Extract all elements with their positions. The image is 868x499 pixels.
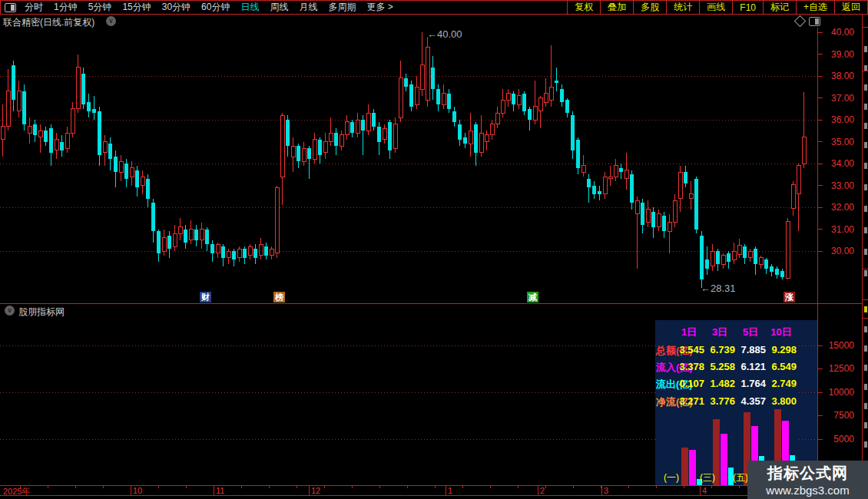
candle [372,109,376,131]
candle [71,102,75,137]
clipped-panel-line [863,71,868,71]
clipped-panel-fragment [864,306,867,312]
candle [130,161,134,185]
candle [275,186,279,258]
candle [528,107,532,131]
candle [264,243,268,260]
candle [452,107,456,127]
toolbar-button-复权[interactable]: 复权 [567,1,600,14]
clipped-panel-fragment [864,163,867,169]
chevron-down-icon[interactable]: ∨ [5,306,15,316]
candle [114,150,118,187]
candle [237,246,241,262]
candle [662,212,666,238]
period-tab-5分钟[interactable]: 5分钟 [88,1,112,14]
candle [60,135,64,157]
candle [248,244,252,259]
toolbar-button-统计[interactable]: 统计 [666,1,699,14]
candle [668,214,671,253]
candle [651,207,655,238]
candle [603,172,607,198]
toolbar-button-+自选[interactable]: +自选 [796,1,834,14]
candle [393,117,397,153]
candle [694,177,698,233]
period-tab-月线[interactable]: 月线 [299,1,317,14]
xaxis-label: 12 [311,486,320,495]
period-tab-15分钟[interactable]: 15分钟 [122,1,151,14]
candle [576,137,580,174]
toolbar-button-画线[interactable]: 画线 [699,1,732,14]
funds-bar-流入 [689,450,696,485]
candle [501,89,505,117]
candle [361,115,365,154]
candle [189,220,193,244]
watermark-url: www.zbgs3.com [747,484,868,497]
toolbar-button-多股[interactable]: 多股 [633,1,666,14]
clipped-panel-fragment [864,249,867,255]
candle [426,37,429,107]
period-tab-30分钟[interactable]: 30分钟 [162,1,190,14]
candle [1,104,5,157]
period-tab-更多 >[interactable]: 更多 > [366,1,393,14]
candle [689,181,693,210]
period-tab-1分钟[interactable]: 1分钟 [54,1,78,14]
clipped-panel-fragment [864,184,867,190]
clipped-panel-fragment [864,46,867,52]
candle [495,107,499,129]
price-axis-label: 30.00 [819,246,854,256]
candle [323,133,327,159]
candle [92,96,96,120]
toolbar-button-F10[interactable]: F10 [732,1,763,14]
candle [646,200,650,226]
toolbar-button-标记[interactable]: 标记 [763,1,796,14]
candle [205,227,209,251]
candle [711,244,714,270]
funds-col-header: 3日 [704,326,735,339]
candle [280,113,284,205]
window-layout-icon[interactable] [5,3,16,12]
candle [28,117,31,144]
period-tab-日线[interactable]: 日线 [240,1,259,14]
toolbar-button-叠加[interactable]: 叠加 [600,1,633,14]
candle [216,243,220,258]
candle [630,170,634,210]
period-tab-多周期[interactable]: 多周期 [328,1,356,14]
price-axis-label: 32.00 [819,202,854,213]
candle [146,174,150,207]
period-tab-60分钟[interactable]: 60分钟 [201,1,230,14]
candle [227,249,230,264]
candle [533,81,537,124]
candle [538,96,542,129]
candle [549,45,553,107]
funds-col-header: 10日 [766,326,797,339]
candle [797,164,800,231]
event-marker-财: 财 [200,292,211,302]
candle [522,91,526,115]
stock-app-window: 分时1分钟5分钟15分钟30分钟60分钟日线周线月线多周期更多 > 复权叠加多股… [0,0,868,499]
clipped-panel-fragment [864,384,867,390]
volume-axis-label: 7500 [819,410,854,421]
funds-value: 5.258 [704,361,735,372]
bar-group-label: (一) [664,471,679,484]
candlestick-chart-canvas[interactable] [0,0,868,499]
funds-col-header: 5日 [735,326,766,339]
price-annotation: ←40.00 [427,28,462,40]
candle [194,225,198,247]
candle [737,239,741,257]
price-axis-label: 33.00 [819,180,854,191]
funds-value: 7.885 [735,344,766,355]
toolbar-button-返回[interactable]: 返回 [834,1,867,14]
event-marker-减: 减 [527,292,538,302]
period-tab-分时[interactable]: 分时 [25,1,43,14]
candle [657,210,661,232]
candle [243,246,247,264]
candle [770,264,774,276]
candle [6,69,10,131]
funds-value: 3.545 [674,344,704,355]
candle [318,137,322,164]
candle [87,94,91,117]
candle [490,120,494,140]
period-tab-周线[interactable]: 周线 [270,1,288,14]
candle [716,249,720,271]
candle [38,124,42,153]
